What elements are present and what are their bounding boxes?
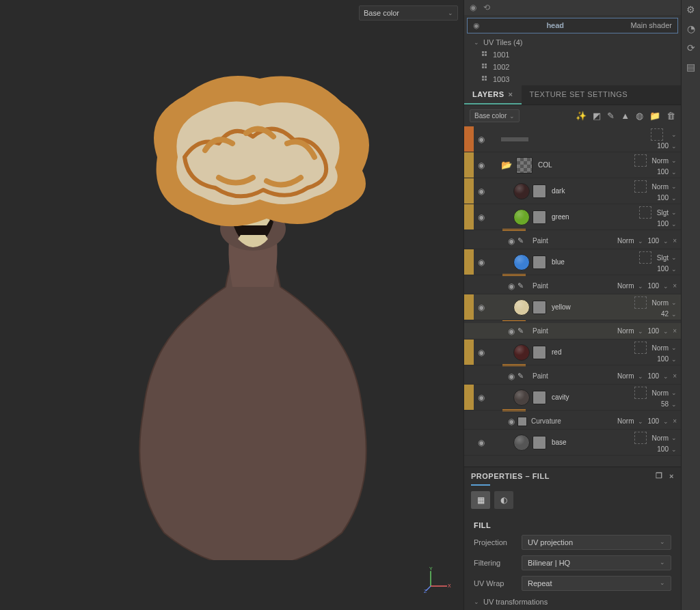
layer-row[interactable]: ◉cavityNorm⌄58⌄ — [464, 385, 681, 411]
layers-list[interactable]: ◉⌄100⌄◉📂COLNorm⌄100⌄◉darkNorm⌄100⌄◉green… — [464, 126, 681, 467]
blend-mode[interactable]: Norm — [652, 344, 669, 352]
layer-mask[interactable] — [533, 391, 546, 404]
opacity-value[interactable]: 100 — [657, 168, 669, 176]
layer-mask[interactable] — [533, 301, 546, 314]
brush-icon[interactable]: ✎ — [607, 111, 615, 121]
layer-effect-row[interactable]: ◉✎PaintNorm⌄100⌄× — [464, 278, 681, 294]
viewport-3d[interactable]: Base color ⌄ Y X Z — [0, 0, 463, 610]
blend-mode[interactable]: Norm — [652, 157, 669, 165]
filtering-select[interactable]: Bilinear | HQ⌄ — [522, 555, 671, 570]
folder-icon[interactable]: 📁 — [649, 111, 660, 121]
popout-icon[interactable]: ❐ — [656, 471, 663, 480]
blend-mode[interactable]: Norm — [617, 417, 634, 425]
clock-icon[interactable]: ⟳ — [687, 42, 695, 53]
eye-icon[interactable]: ◉ — [505, 372, 517, 381]
opacity-value[interactable]: 100 — [657, 142, 669, 150]
remove-effect-icon[interactable]: × — [673, 372, 677, 380]
opacity-value[interactable]: 100 — [657, 265, 669, 273]
eye-icon[interactable]: ◉ — [474, 303, 489, 312]
layer-row[interactable]: ◉redNorm⌄100⌄ — [464, 339, 681, 365]
opacity-value[interactable]: 58 — [661, 400, 669, 408]
eye-icon[interactable]: ◉ — [474, 393, 489, 402]
remove-effect-icon[interactable]: × — [673, 282, 677, 290]
remove-effect-icon[interactable]: × — [673, 237, 677, 245]
layer-extra-box[interactable] — [634, 180, 647, 193]
layer-row[interactable]: ◉📂COLNorm⌄100⌄ — [464, 152, 681, 178]
layer-extra-box[interactable] — [634, 387, 647, 399]
projection-select[interactable]: UV projection⌄ — [522, 535, 671, 550]
layer-mask[interactable] — [533, 436, 546, 449]
opacity-value[interactable]: 100 — [647, 237, 659, 245]
blend-mode[interactable]: Slgt — [657, 209, 669, 217]
log-icon[interactable]: ▤ — [686, 61, 695, 72]
layer-mask[interactable] — [533, 346, 546, 359]
layer-effect-row[interactable]: ◉CurvatureNorm⌄100⌄× — [464, 413, 681, 430]
layer-row[interactable]: ◉⌄100⌄ — [464, 126, 681, 152]
layer-extra-box[interactable] — [634, 296, 647, 309]
layer-effect-row[interactable]: ◉✎PaintNorm⌄100⌄× — [464, 233, 681, 249]
layer-channel-dropdown[interactable]: Base color⌄ — [470, 109, 520, 122]
uvwrap-select[interactable]: Repeat⌄ — [522, 576, 671, 591]
layer-row[interactable]: ◉baseNorm⌄100⌄ — [464, 430, 681, 456]
smart-material-icon[interactable]: ◍ — [636, 111, 643, 121]
link-icon[interactable]: ⟲ — [483, 3, 490, 12]
bucket-icon[interactable]: ▲ — [621, 111, 630, 121]
uv-tile-item[interactable]: 1001 — [464, 48, 681, 61]
channel-dropdown[interactable]: Base color ⌄ — [359, 5, 458, 20]
tab-layers[interactable]: LAYERS× — [464, 85, 522, 105]
eye-icon[interactable]: ◉ — [505, 281, 517, 291]
layer-row[interactable]: ◉yellowNorm⌄42⌄ — [464, 294, 681, 320]
eye-icon[interactable]: ◉ — [474, 212, 489, 222]
layer-extra-box[interactable] — [634, 432, 647, 444]
opacity-value[interactable]: 100 — [657, 220, 669, 227]
texture-set-header[interactable]: ◉ head Main shader — [467, 18, 678, 33]
opacity-value[interactable]: 100 — [647, 327, 659, 335]
opacity-value[interactable]: 100 — [657, 194, 669, 202]
tab-texture-settings[interactable]: TEXTURE SET SETTINGS — [522, 85, 636, 105]
opacity-value[interactable]: 100 — [647, 417, 659, 425]
history-panel-icon[interactable]: ◔ — [687, 23, 695, 34]
uv-tiles-header[interactable]: ⌄UV Tiles (4) — [464, 36, 681, 48]
mode-fill[interactable]: ▦ — [471, 491, 490, 509]
layer-row[interactable]: ◉greenSlgt⌄100⌄ — [464, 204, 681, 230]
axis-gizmo[interactable]: Y X Z — [424, 566, 451, 593]
remove-effect-icon[interactable]: × — [673, 417, 677, 425]
layer-mask[interactable] — [533, 184, 546, 198]
settings-icon[interactable]: ⚙ — [686, 4, 695, 15]
opacity-value[interactable]: 42 — [661, 310, 669, 318]
uv-tile-item[interactable]: 1003 — [464, 73, 681, 85]
layer-row[interactable]: ◉darkNorm⌄100⌄ — [464, 178, 681, 204]
eye-icon[interactable]: ◉ — [474, 186, 489, 196]
eye-icon[interactable]: ◉ — [470, 3, 476, 12]
eye-icon[interactable]: ◉ — [474, 135, 489, 144]
layer-extra-box[interactable] — [639, 206, 651, 219]
uv-transformations-toggle[interactable]: ⌄UV transformations — [464, 594, 681, 610]
trash-icon[interactable]: 🗑 — [667, 111, 675, 121]
layer-mask[interactable] — [533, 210, 546, 224]
layer-extra-box[interactable] — [639, 251, 651, 264]
layer-extra-box[interactable] — [634, 154, 647, 167]
opacity-value[interactable]: 100 — [657, 355, 669, 363]
blend-mode[interactable]: Norm — [617, 282, 634, 290]
blend-mode[interactable]: Norm — [617, 372, 634, 380]
uv-tile-item[interactable]: 1002 — [464, 61, 681, 73]
eye-icon[interactable]: ◉ — [474, 348, 489, 357]
blend-mode[interactable]: Norm — [652, 434, 669, 442]
eye-icon[interactable]: ◉ — [505, 236, 517, 246]
eye-icon[interactable]: ◉ — [474, 258, 489, 267]
layer-extra-box[interactable] — [651, 128, 663, 141]
close-icon[interactable]: × — [509, 90, 513, 98]
blend-mode[interactable]: Norm — [652, 183, 669, 191]
layer-mask[interactable] — [533, 255, 546, 269]
blend-mode[interactable]: Norm — [652, 299, 669, 307]
model-preview[interactable] — [62, 41, 444, 560]
layer-extra-box[interactable] — [634, 342, 647, 354]
wand-icon[interactable]: ✨ — [576, 111, 587, 121]
eye-icon[interactable]: ◉ — [474, 161, 489, 170]
mask-icon[interactable]: ◩ — [593, 111, 601, 121]
blend-mode[interactable]: Slgt — [657, 254, 669, 262]
layer-effect-row[interactable]: ◉✎PaintNorm⌄100⌄× — [464, 323, 681, 339]
blend-mode[interactable]: Norm — [652, 389, 669, 397]
opacity-value[interactable]: 100 — [657, 445, 669, 453]
eye-icon[interactable]: ◉ — [505, 417, 517, 426]
